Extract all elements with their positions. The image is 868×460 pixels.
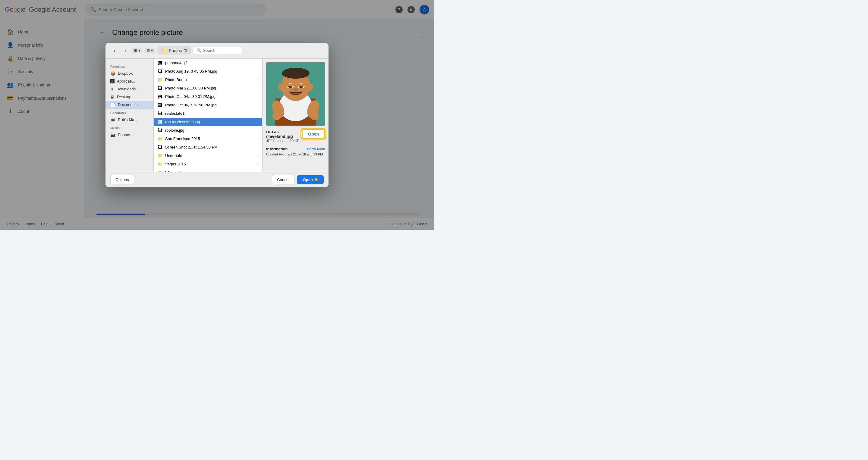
file-name: Photo Oct 04,...39 31 PM.jpg [165, 94, 258, 99]
file-name: roblove.jpg [165, 128, 258, 133]
sidebar-nav-photos[interactable]: 📷 Photos [105, 131, 153, 139]
file-item-photo-mar[interactable]: 🖼 Photo Mar 22,...00 03 PM.jpg [154, 84, 262, 93]
media-section-title: Media [105, 124, 153, 131]
file-name: Photo Mar 22,...00 03 PM.jpg [165, 86, 258, 90]
folder-icon: 📁 [161, 47, 167, 53]
file-item-photo-booth[interactable]: 📁 Photo Booth › [154, 76, 262, 84]
chevron-right-icon: › [258, 137, 258, 140]
columns-icon: ⊞ [134, 48, 137, 53]
sidebar-nav-documents[interactable]: 📄 Documents [105, 101, 153, 109]
file-dialog: ‹ › ⊞ ▾ ⊟ ▾ 📁 Photos ⇅ 🔍 [105, 43, 329, 187]
file-name: Photo Booth [165, 77, 255, 82]
dropbox-icon: 📦 [110, 71, 116, 76]
preview-info-title: Information Show More [266, 147, 325, 151]
open-label: Open [303, 177, 313, 182]
file-list: 🖼 persona4.gif 🖼 Photo Aug 19, 3 45 05 P… [154, 59, 262, 172]
file-item-wisconsin[interactable]: 📁 Wisconsin › [154, 168, 262, 172]
view-toggle-columns[interactable]: ⊞ ▾ [132, 47, 142, 53]
preview-pane: ~ rob as cleveland.jpg Open JPEG image -… [262, 59, 329, 172]
dialog-body: Favorites 📦 Dropbox 🅰 Applicati... ⬇ Dow… [105, 59, 329, 172]
dialog-search-input[interactable] [203, 48, 239, 53]
file-item-photo-aug[interactable]: 🖼 Photo Aug 19, 3 45 05 PM.jpg [154, 67, 262, 76]
applications-icon: 🅰 [110, 79, 115, 84]
locations-section-title: Locations [105, 109, 153, 116]
desktop-icon: 🖥 [110, 95, 115, 99]
file-name: persona4.gif [165, 61, 258, 65]
sidebar-nav-label: Documents [118, 102, 138, 107]
file-item-undertale[interactable]: 📁 Undertale › [154, 152, 262, 160]
current-folder[interactable]: 📁 Photos ⇅ [157, 46, 191, 55]
back-nav-button[interactable]: ‹ [110, 46, 119, 55]
file-icon: 🖼 [157, 86, 163, 91]
forward-nav-button[interactable]: › [121, 46, 130, 55]
created-value: February 21, 2016 at 6:13 PM [279, 153, 323, 156]
folder-icon: 📁 [157, 153, 163, 158]
created-label: Created [266, 153, 278, 156]
file-name: Vegas 2015 [165, 162, 255, 166]
file-icon: 🖼 [157, 61, 163, 65]
show-more-button[interactable]: Show More [307, 147, 325, 151]
folder-icon: 📁 [157, 77, 163, 82]
sidebar-nav-applications[interactable]: 🅰 Applicati... [105, 77, 153, 85]
file-icon: 🖼 [157, 111, 163, 116]
file-name: rob as cleveland.jpg [165, 120, 258, 124]
photos-media-icon: 📷 [110, 133, 116, 137]
documents-icon: 📄 [110, 102, 116, 107]
overlay: ‹ › ⊞ ▾ ⊟ ▾ 📁 Photos ⇅ 🔍 [0, 0, 434, 230]
sidebar-nav-desktop[interactable]: 🖥 Desktop [105, 93, 153, 101]
preview-cartoon-svg: ~ [266, 62, 325, 126]
svg-point-6 [310, 112, 319, 120]
preview-type: JPEG image - 19 KB [266, 139, 325, 143]
options-button[interactable]: Options [110, 175, 134, 184]
preview-created-row: Created February 21, 2016 at 6:13 PM [266, 153, 325, 156]
file-name: Photo Aug 19, 3 45 05 PM.jpg [165, 69, 258, 73]
folder-name: Photos [169, 48, 182, 53]
dialog-sidebar: Favorites 📦 Dropbox 🅰 Applicati... ⬇ Dow… [105, 59, 154, 172]
preview-info-section: Information Show More Created February 2… [266, 147, 325, 156]
file-icon: 🖼 [157, 69, 163, 74]
svg-point-9 [282, 68, 310, 78]
file-icon: 🖼 [157, 94, 163, 99]
dialog-toolbar: ‹ › ⊞ ▾ ⊟ ▾ 📁 Photos ⇅ 🔍 [105, 43, 329, 59]
chevron-up-down-icon: ⇅ [184, 48, 187, 53]
file-item-photo-oct04[interactable]: 🖼 Photo Oct 04,...39 31 PM.jpg [154, 93, 262, 101]
file-name: realestate1 [165, 111, 258, 116]
file-icon: 🖼 [157, 103, 163, 107]
dialog-search-field[interactable]: 🔍 [193, 47, 242, 54]
file-item-rob-cleveland[interactable]: 🖼 rob as cleveland.jpg [154, 118, 262, 126]
sidebar-nav-robs-mac[interactable]: 💻 Rob's Ma... [105, 116, 153, 124]
sidebar-nav-downloads[interactable]: ⬇ Downloads [105, 85, 153, 93]
laptop-icon: 💻 [110, 118, 116, 122]
sidebar-nav-dropbox[interactable]: 📦 Dropbox [105, 70, 153, 77]
google-background: Google Google Account 🔍 ? ⠿ A 🏠 Home 👤 P… [0, 0, 434, 230]
file-item-photo-oct06[interactable]: 🖼 Photo Oct 06, 7 51 58 PM.jpg [154, 101, 262, 109]
preview-open-button[interactable]: Open [302, 129, 325, 139]
svg-rect-17 [298, 84, 305, 87]
sidebar-nav-label: Rob's Ma... [118, 118, 137, 122]
file-item-vegas[interactable]: 📁 Vegas 2015 › [154, 160, 262, 168]
open-button[interactable]: Open [297, 175, 324, 184]
downloads-icon: ⬇ [110, 87, 114, 92]
file-icon: 🖼 [157, 120, 163, 124]
cancel-button[interactable]: Cancel [272, 175, 294, 184]
file-name: Photo Oct 06, 7 51 58 PM.jpg [165, 103, 258, 107]
preview-filename: rob as cleveland.jpg [266, 129, 300, 139]
file-item-persona4[interactable]: 🖼 persona4.gif [154, 59, 262, 67]
preview-details: rob as cleveland.jpg Open JPEG image - 1… [266, 128, 325, 143]
svg-point-5 [273, 112, 281, 120]
sidebar-nav-label: Applicati... [117, 79, 135, 84]
chevron-down-icon: ▾ [151, 48, 153, 53]
sidebar-nav-label: Photos [118, 133, 130, 137]
file-item-roblove[interactable]: 🖼 roblove.jpg [154, 126, 262, 135]
file-item-realestate1[interactable]: 🖼 realestate1 [154, 109, 262, 118]
folder-icon: 📁 [157, 162, 163, 167]
chevron-right-icon: › [258, 162, 258, 166]
file-item-san-francisco[interactable]: 📁 San Francisco 2015 › [154, 135, 262, 143]
grid-icon: ⊟ [147, 48, 150, 53]
file-item-screen-shot[interactable]: 🖼 Screen Shot 2...at 1.54.58 PM [154, 143, 262, 152]
folder-icon: 📁 [157, 136, 163, 141]
sidebar-nav-label: Dropbox [118, 71, 133, 76]
dialog-footer: Options Cancel Open [105, 172, 329, 187]
open-dot-indicator [315, 178, 318, 181]
view-toggle-grid[interactable]: ⊟ ▾ [145, 47, 155, 53]
